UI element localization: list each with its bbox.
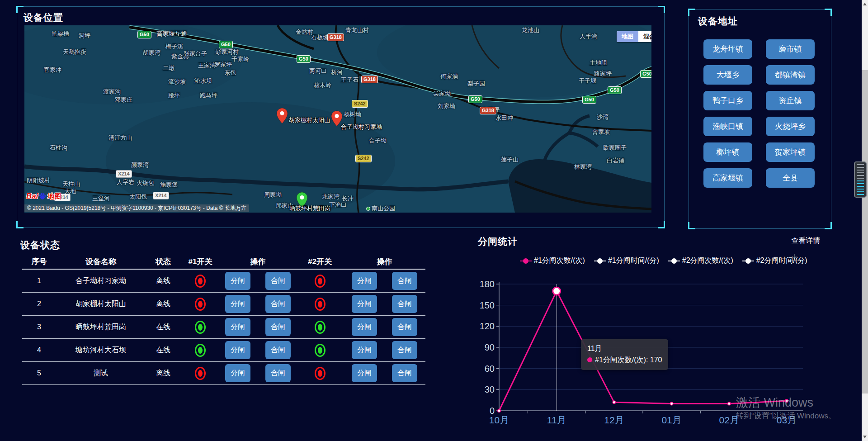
scroll-capture-widget [854,161,867,198]
map-place-label: 长冲 [342,194,354,203]
map-type-toggle: 地图 混合 [617,31,651,42]
close-switch-button[interactable]: 合闸 [392,341,417,359]
corner-decoration [658,6,665,13]
map-place-label: 腰坪 [168,91,180,100]
open-switch-button[interactable]: 分闸 [225,272,250,290]
map-place-label: 高家堰互通 [156,30,187,38]
device-name: 测试 [56,369,146,378]
map-place-label: 青龙山村 [345,26,369,34]
map-place-label: 洞坪 [79,32,90,40]
close-switch-button[interactable]: 合闸 [265,341,291,359]
corner-decoration [16,6,24,13]
column-header: 状态 [146,256,181,267]
map-place-label: 太阳包 [129,193,147,201]
address-button[interactable]: 高家堰镇 [703,168,752,188]
open-switch-button[interactable]: 分闸 [352,364,377,382]
map-place-label: 王家湾 [198,62,216,70]
windows-activation-watermark-sub: 转到“设置”以激活 Windows。 [736,411,836,421]
close-switch-button[interactable]: 合闸 [265,318,291,336]
operation-cell: 分闸合闸 [220,364,296,382]
map-place-label: 跑马坪 [200,91,217,100]
legend-item[interactable]: #2分闸时间/(分) [742,256,807,266]
switch-indicator-off [315,275,326,288]
map-place-label: 东包 [224,69,236,77]
device-name: 胡家棚村太阳山 [56,299,146,309]
map-place-label: 周家坳 [264,191,282,199]
address-button[interactable]: 火烧坪乡 [766,117,815,136]
y-tick-label: 0 [490,406,495,416]
address-button[interactable]: 全县 [766,168,815,188]
map-place-label: 天鹅抱蛋 [63,48,86,56]
map-place-label: 三盆河 [92,194,110,203]
legend-label: #1分闸次数/(次) [534,256,585,266]
windows-activation-watermark: 激活 Windows [736,394,813,411]
switch1-cell [181,298,220,311]
view-details-link[interactable]: 查看详情 [791,236,820,246]
dashboard: 设备位置 笔架槽洞坪天鹅抱蛋官家冲胡家湾高家堰互通梅子溪紫 [0,0,868,441]
address-button[interactable]: 大堰乡 [703,65,752,85]
open-switch-button[interactable]: 分闸 [225,364,250,382]
address-button-grid: 龙舟坪镇磨市镇大堰乡都镇湾镇鸭子口乡资丘镇渔峡口镇火烧坪乡榔坪镇贺家坪镇高家堰镇… [703,39,815,188]
address-button[interactable]: 贺家坪镇 [766,142,815,162]
address-button[interactable]: 渔峡口镇 [703,117,752,136]
open-switch-button[interactable]: 分闸 [352,341,377,359]
open-switch-button[interactable]: 分闸 [352,272,377,290]
address-button[interactable]: 龙舟坪镇 [703,39,752,59]
scrollbar-down-arrow-icon[interactable] [863,436,867,438]
operation-cell: 分闸合闸 [220,341,296,359]
map-type-map-button[interactable]: 地图 [617,31,638,42]
open-switch-button[interactable]: 分闸 [352,318,377,336]
open-switch-button[interactable]: 分闸 [225,318,250,336]
data-point [728,402,731,405]
switch-indicator-off [195,275,206,288]
data-point [498,409,500,412]
map-place-label: 笔架槽 [52,30,69,38]
baidu-map[interactable]: 笔架槽洞坪天鹅抱蛋官家冲胡家湾高家堰互通梅子溪紫金寨二墩流沙坡沁水坝腰坪跑马坪渡… [24,25,651,213]
chart-legend: #1分闸次数/(次)#1分闸时间/(分)#2分闸次数/(次)#2分闸时间/(分) [520,256,807,266]
legend-dot-icon [671,258,677,264]
legend-label: #2分闸时间/(分) [756,256,807,266]
operation-cell: 分闸合闸 [220,272,296,290]
map-place-label: 干子堰 [579,77,596,85]
legend-item[interactable]: #1分闸次数/(次) [520,256,585,266]
map-place-label: 林家湾 [574,163,592,171]
map-place-label: 沙湾 [597,113,609,121]
operation-cell: 分闸合闸 [344,318,425,336]
column-header: 序号 [22,256,56,267]
close-switch-button[interactable]: 合闸 [392,272,417,290]
legend-item[interactable]: #1分闸时间/(分) [594,256,659,266]
operation-cell: 分闸合闸 [220,295,296,313]
address-button[interactable]: 榔坪镇 [703,142,752,162]
address-button[interactable]: 鸭子口乡 [703,91,752,110]
close-switch-button[interactable]: 合闸 [392,364,417,382]
switch-indicator-off [315,367,326,380]
table-body: 1合子坳村习家坳离线分闸合闸分闸合闸2胡家棚村太阳山离线分闸合闸分闸合闸3晒鼓坪… [22,270,425,385]
open-switch-button[interactable]: 分闸 [352,295,377,313]
map-pin-marker[interactable] [276,108,288,124]
switch2-cell [296,344,344,357]
map-type-hybrid-button[interactable]: 混合 [638,31,651,42]
address-button[interactable]: 资丘镇 [766,91,815,110]
address-button[interactable]: 都镇湾镇 [766,65,815,85]
scrollbar-up-arrow-icon[interactable] [863,3,867,5]
legend-label: #2分闸次数/(次) [682,256,733,266]
close-switch-button[interactable]: 合闸 [265,295,291,313]
close-switch-button[interactable]: 合闸 [265,272,291,290]
close-switch-button[interactable]: 合闸 [392,295,417,313]
close-switch-button[interactable]: 合闸 [392,318,417,336]
open-switch-button[interactable]: 分闸 [225,295,250,313]
address-button[interactable]: 磨市镇 [766,39,815,59]
map-place-label: 沁水坝 [194,77,212,85]
legend-item[interactable]: #2分闸次数/(次) [668,256,733,266]
scrollbar-thumb[interactable] [862,70,868,394]
data-point [670,402,673,405]
map-place-label: 白岩铺 [607,156,624,165]
close-switch-button[interactable]: 合闸 [265,364,291,382]
legend-dot-icon [745,258,751,264]
map-place-label: 人手湾 [580,33,597,41]
y-tick-label: 120 [480,321,495,331]
baidu-paw-icon [38,192,47,200]
corner-decoration [688,9,695,16]
map-place-label: 阴阳坡村 [27,176,50,185]
open-switch-button[interactable]: 分闸 [225,341,250,359]
